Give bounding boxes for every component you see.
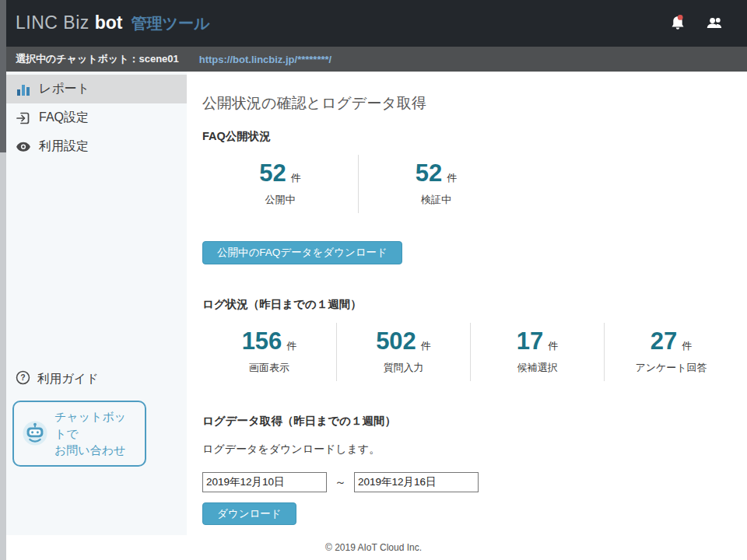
chatbot-url-link[interactable]: https://bot.lincbiz.jp/********/ xyxy=(199,54,331,65)
stat-verifying: 52 件 検証中 xyxy=(358,155,514,213)
stat-survey-answers: 27 件 アンケート回答 xyxy=(604,323,738,381)
eye-icon xyxy=(16,139,31,155)
date-from-input[interactable] xyxy=(202,472,327,492)
sidebar-item-report[interactable]: レポート xyxy=(0,75,187,103)
brand-linc-biz: LINC Biz xyxy=(16,12,89,33)
sidebar-item-label: FAQ設定 xyxy=(39,110,89,126)
stat-value: 27 xyxy=(651,327,677,355)
chatbot-button-label: チャットボットで お問い合わせ xyxy=(54,408,137,459)
scrollbar-thumb[interactable] xyxy=(0,0,6,152)
faq-download-button[interactable]: 公開中のFAQデータをダウンロード xyxy=(202,241,402,264)
chatbot-inquiry-button[interactable]: チャットボットで お問い合わせ xyxy=(12,401,146,467)
stat-value: 17 xyxy=(517,327,543,355)
chatbot-selector-bar: 選択中のチャットボット：scene01 https://bot.lincbiz.… xyxy=(0,47,747,72)
sidebar-item-label: レポート xyxy=(39,81,89,97)
body-layout: レポート FAQ設定 利用設定 xyxy=(0,72,747,535)
sidebar-item-guide[interactable]: ? 利用ガイド xyxy=(12,370,187,388)
logdata-title: ログデータ取得（昨日までの１週間） xyxy=(202,414,747,429)
date-range-separator: ～ xyxy=(335,475,346,490)
app-header: LINC Biz bot 管理ツール xyxy=(0,0,747,47)
app-brand: LINC Biz bot 管理ツール xyxy=(16,12,209,34)
stat-unit: 件 xyxy=(421,339,431,353)
stat-candidate-selections: 17 件 候補選択 xyxy=(470,323,604,381)
users-icon[interactable] xyxy=(705,13,725,33)
sidebar-bottom: ? 利用ガイド xyxy=(0,370,187,535)
stat-label: 公開中 xyxy=(265,193,296,207)
stat-unit: 件 xyxy=(548,339,558,353)
stat-value: 502 xyxy=(376,327,416,355)
bell-icon[interactable] xyxy=(668,13,688,33)
page-title: 公開状況の確認とログデータ取得 xyxy=(202,93,747,114)
main-content: 公開状況の確認とログデータ取得 FAQ公開状況 52 件 公開中 52 件 検証… xyxy=(187,72,747,535)
header-icons xyxy=(668,13,725,33)
stat-label: 質問入力 xyxy=(384,361,424,375)
copyright-text: © 2019 AIoT Cloud Inc. xyxy=(325,542,422,553)
log-stats-row: 156 件 画面表示 502 件 質問入力 17 件 候補選択 xyxy=(202,323,747,381)
stat-value: 156 xyxy=(242,327,282,355)
robot-icon xyxy=(22,420,48,446)
brand-admin-tool: 管理ツール xyxy=(132,13,210,34)
app-footer: © 2019 AIoT Cloud Inc. xyxy=(0,535,747,560)
stat-question-inputs: 502 件 質問入力 xyxy=(336,323,470,381)
svg-text:?: ? xyxy=(20,373,25,382)
log-status-title: ログ状況（昨日までの１週間） xyxy=(202,297,747,312)
stat-screen-views: 156 件 画面表示 xyxy=(202,323,336,381)
stat-value: 52 xyxy=(416,159,442,187)
logdata-description: ログデータをダウンロードします。 xyxy=(202,443,747,457)
sidebar-item-faq-settings[interactable]: FAQ設定 xyxy=(0,103,187,132)
brand-bot: bot xyxy=(95,12,123,33)
sidebar-item-label: 利用設定 xyxy=(39,138,89,155)
faq-stats-row: 52 件 公開中 52 件 検証中 xyxy=(202,155,747,213)
faq-status-title: FAQ公開状況 xyxy=(202,129,747,144)
stat-unit: 件 xyxy=(682,339,692,353)
enter-arrow-icon xyxy=(16,110,31,126)
log-download-button[interactable]: ダウンロード xyxy=(202,502,296,525)
selected-chatbot-label: 選択中のチャットボット：scene01 xyxy=(16,52,179,66)
stat-published: 52 件 公開中 xyxy=(202,155,358,213)
stat-label: 検証中 xyxy=(421,193,451,207)
stat-label: 画面表示 xyxy=(249,361,289,375)
sidebar-item-usage-settings[interactable]: 利用設定 xyxy=(0,132,187,161)
stat-unit: 件 xyxy=(291,171,301,185)
sidebar: レポート FAQ設定 利用設定 xyxy=(0,72,187,535)
stat-label: 候補選択 xyxy=(517,361,558,375)
date-to-input[interactable] xyxy=(354,472,479,492)
stat-unit: 件 xyxy=(447,171,457,185)
stat-label: アンケート回答 xyxy=(635,361,707,375)
bar-chart-icon xyxy=(16,82,31,97)
stat-value: 52 xyxy=(259,159,286,187)
question-circle-icon: ? xyxy=(16,370,30,388)
guide-label: 利用ガイド xyxy=(37,371,99,387)
left-scrollbar[interactable] xyxy=(0,0,6,560)
stat-unit: 件 xyxy=(286,339,296,353)
date-range-row: ～ xyxy=(202,472,747,492)
